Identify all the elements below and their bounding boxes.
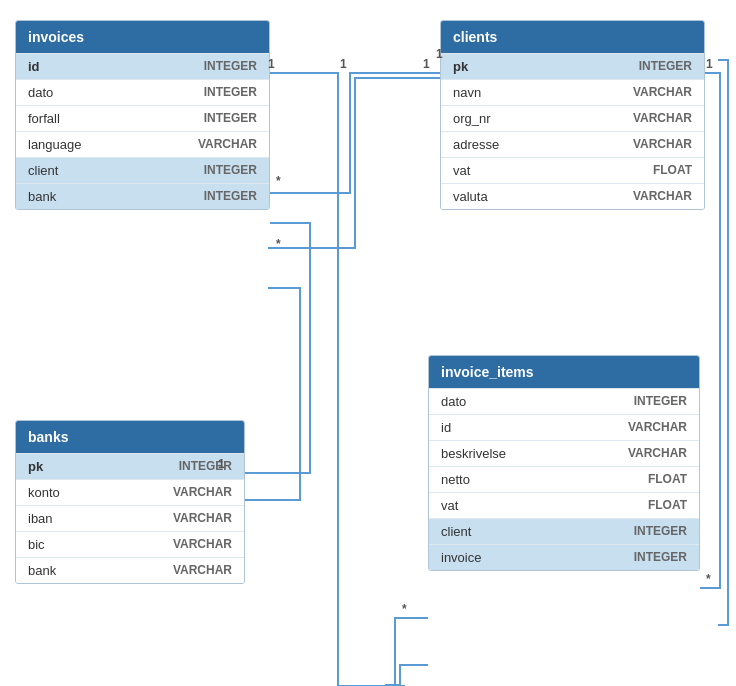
col-name: language — [28, 137, 82, 152]
table-row: org_nr VARCHAR — [441, 105, 704, 131]
table-clients: clients pk INTEGER navn VARCHAR org_nr V… — [440, 20, 705, 210]
table-row: id VARCHAR — [429, 414, 699, 440]
col-type: VARCHAR — [628, 420, 687, 435]
table-invoices-header: invoices — [16, 21, 269, 53]
table-row: adresse VARCHAR — [441, 131, 704, 157]
col-name: adresse — [453, 137, 499, 152]
col-type: VARCHAR — [173, 485, 232, 500]
table-row: bank VARCHAR — [16, 557, 244, 583]
col-type: FLOAT — [648, 498, 687, 513]
col-type: FLOAT — [653, 163, 692, 178]
table-banks: banks pk INTEGER konto VARCHAR iban VARC… — [15, 420, 245, 584]
col-name: client — [28, 163, 58, 178]
col-type: VARCHAR — [173, 511, 232, 526]
table-row: netto FLOAT — [429, 466, 699, 492]
table-invoice-items-header: invoice_items — [429, 356, 699, 388]
col-type: VARCHAR — [633, 111, 692, 126]
col-name: bank — [28, 563, 56, 578]
col-type: VARCHAR — [173, 563, 232, 578]
svg-text:*: * — [276, 237, 281, 251]
table-row: beskrivelse VARCHAR — [429, 440, 699, 466]
col-type: VARCHAR — [198, 137, 257, 152]
table-row: iban VARCHAR — [16, 505, 244, 531]
table-clients-header: clients — [441, 21, 704, 53]
col-name: valuta — [453, 189, 488, 204]
col-name: pk — [28, 459, 43, 474]
col-name: org_nr — [453, 111, 491, 126]
col-type: INTEGER — [639, 59, 692, 74]
table-invoices: invoices id INTEGER dato INTEGER forfall… — [15, 20, 270, 210]
table-row: dato INTEGER — [16, 79, 269, 105]
col-name: iban — [28, 511, 53, 526]
col-type: INTEGER — [204, 111, 257, 126]
col-name: client — [441, 524, 471, 539]
table-row: client INTEGER — [16, 157, 269, 183]
col-type: VARCHAR — [633, 189, 692, 204]
svg-text:1: 1 — [706, 57, 713, 71]
table-row: client INTEGER — [429, 518, 699, 544]
col-name: bank — [28, 189, 56, 204]
svg-text:*: * — [402, 602, 407, 616]
table-row: vat FLOAT — [441, 157, 704, 183]
col-name: dato — [441, 394, 466, 409]
svg-text:1: 1 — [423, 57, 430, 71]
col-type: VARCHAR — [628, 446, 687, 461]
col-type: INTEGER — [634, 524, 687, 539]
col-name: vat — [453, 163, 470, 178]
col-type: VARCHAR — [633, 137, 692, 152]
table-row: dato INTEGER — [429, 388, 699, 414]
col-type: VARCHAR — [173, 537, 232, 552]
col-name: dato — [28, 85, 53, 100]
col-name: netto — [441, 472, 470, 487]
svg-text:*: * — [706, 572, 711, 586]
col-name: forfall — [28, 111, 60, 126]
col-name: vat — [441, 498, 458, 513]
col-name: bic — [28, 537, 45, 552]
col-name: id — [28, 59, 40, 74]
col-type: INTEGER — [204, 163, 257, 178]
col-name: navn — [453, 85, 481, 100]
table-row: invoice INTEGER — [429, 544, 699, 570]
col-type: INTEGER — [204, 59, 257, 74]
table-invoice-items: invoice_items dato INTEGER id VARCHAR be… — [428, 355, 700, 571]
col-name: id — [441, 420, 451, 435]
col-name: konto — [28, 485, 60, 500]
table-row: valuta VARCHAR — [441, 183, 704, 209]
col-type: FLOAT — [648, 472, 687, 487]
col-type: INTEGER — [634, 394, 687, 409]
table-row: language VARCHAR — [16, 131, 269, 157]
table-banks-header: banks — [16, 421, 244, 453]
col-name: pk — [453, 59, 468, 74]
table-row: id INTEGER — [16, 53, 269, 79]
er-canvas: invoices id INTEGER dato INTEGER forfall… — [0, 0, 736, 686]
table-row: bic VARCHAR — [16, 531, 244, 557]
table-row: pk INTEGER — [441, 53, 704, 79]
table-row: konto VARCHAR — [16, 479, 244, 505]
table-row: navn VARCHAR — [441, 79, 704, 105]
table-row: pk INTEGER — [16, 453, 244, 479]
col-name: invoice — [441, 550, 481, 565]
col-type: INTEGER — [204, 189, 257, 204]
table-row: vat FLOAT — [429, 492, 699, 518]
col-name: beskrivelse — [441, 446, 506, 461]
col-type: INTEGER — [634, 550, 687, 565]
table-row: forfall INTEGER — [16, 105, 269, 131]
svg-text:*: * — [276, 174, 281, 188]
col-type: INTEGER — [179, 459, 232, 474]
table-row: bank INTEGER — [16, 183, 269, 209]
svg-text:1: 1 — [340, 57, 347, 71]
col-type: INTEGER — [204, 85, 257, 100]
col-type: VARCHAR — [633, 85, 692, 100]
